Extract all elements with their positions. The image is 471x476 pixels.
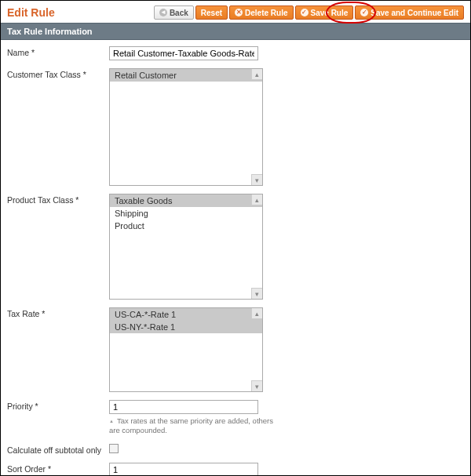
label-priority: Priority * — [7, 400, 109, 411]
label-name: Name * — [7, 46, 109, 57]
label-calc-subtotal: Calculate off subtotal only — [7, 444, 109, 455]
row-tax-rate: Tax Rate * ▴ US-CA-*-Rate 1 US-NY-*-Rate… — [7, 307, 464, 392]
label-product-class: Product Tax Class * — [7, 194, 109, 205]
row-calc-subtotal: Calculate off subtotal only — [7, 444, 464, 455]
list-item[interactable]: Retail Customer — [110, 69, 262, 82]
delete-button[interactable]: ✕ Delete Rule — [229, 5, 293, 20]
back-icon: ◄ — [159, 9, 167, 16]
priority-input[interactable] — [109, 400, 258, 414]
row-priority: Priority * Tax rates at the same priorit… — [7, 400, 464, 436]
save-continue-label: Save and Continue Edit — [371, 9, 458, 17]
delete-label: Delete Rule — [245, 9, 287, 17]
list-item[interactable]: US-NY-*-Rate 1 — [110, 321, 262, 333]
list-item[interactable]: US-CA-*-Rate 1 — [110, 308, 262, 321]
save-button[interactable]: ✓ Save Rule — [295, 5, 354, 20]
scroll-up-icon[interactable]: ▴ — [251, 69, 262, 80]
row-sort-order: Sort Order * — [7, 463, 464, 476]
save-continue-button[interactable]: ✓ Save and Continue Edit — [355, 5, 464, 20]
label-customer-class: Customer Tax Class * — [7, 68, 109, 79]
sort-order-input[interactable] — [109, 463, 258, 476]
delete-icon: ✕ — [235, 9, 243, 16]
row-name: Name * — [7, 46, 464, 60]
calc-subtotal-checkbox[interactable] — [109, 444, 119, 453]
product-class-select[interactable]: ▴ Taxable Goods Shipping Product ▾ — [109, 194, 263, 300]
label-sort-order: Sort Order * — [7, 463, 109, 474]
row-customer-class: Customer Tax Class * ▴ Retail Customer ▾ — [7, 68, 464, 186]
tax-rate-select[interactable]: ▴ US-CA-*-Rate 1 US-NY-*-Rate 1 ▾ — [109, 307, 263, 392]
back-button[interactable]: ◄ Back — [154, 5, 194, 20]
list-item[interactable]: Product — [110, 220, 262, 232]
back-label: Back — [170, 9, 188, 17]
form: Name * Customer Tax Class * ▴ Retail Cus… — [1, 40, 470, 476]
toolbar: ◄ Back Reset ✕ Delete Rule ✓ Save Rule ✓… — [154, 5, 464, 20]
page-title: Edit Rule — [7, 6, 55, 19]
name-input[interactable] — [109, 46, 258, 60]
section-header: Tax Rule Information — [1, 23, 470, 40]
reset-label: Reset — [201, 9, 222, 17]
label-tax-rate: Tax Rate * — [7, 307, 109, 318]
page-container: Edit Rule ◄ Back Reset ✕ Delete Rule ✓ S… — [0, 0, 471, 476]
scroll-down-icon[interactable]: ▾ — [251, 380, 262, 391]
save-continue-icon: ✓ — [360, 9, 368, 16]
priority-note: Tax rates at the same priority are added… — [109, 416, 282, 436]
save-label: Save Rule — [311, 9, 349, 17]
list-item[interactable]: Taxable Goods — [110, 194, 262, 207]
page-header: Edit Rule ◄ Back Reset ✕ Delete Rule ✓ S… — [1, 1, 470, 23]
customer-class-select[interactable]: ▴ Retail Customer ▾ — [109, 68, 263, 186]
scroll-up-icon[interactable]: ▴ — [251, 308, 262, 319]
scroll-up-icon[interactable]: ▴ — [251, 194, 262, 205]
row-product-class: Product Tax Class * ▴ Taxable Goods Ship… — [7, 194, 464, 300]
save-icon: ✓ — [301, 9, 309, 16]
list-item[interactable]: Shipping — [110, 207, 262, 220]
reset-button[interactable]: Reset — [195, 5, 228, 20]
scroll-down-icon[interactable]: ▾ — [251, 174, 262, 185]
scroll-down-icon[interactable]: ▾ — [251, 288, 262, 299]
